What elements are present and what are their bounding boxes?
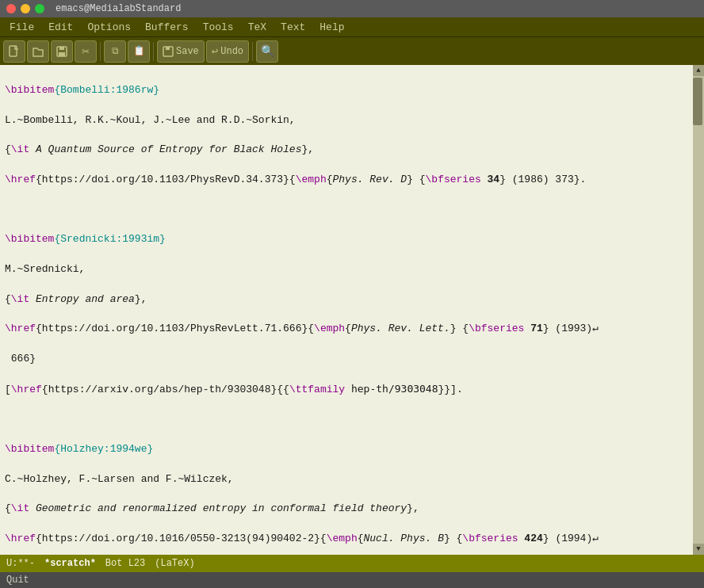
titlebar: emacs@MedialabStandard [0,0,704,17]
scrollbar[interactable]: ▲ ▼ [693,65,704,555]
status-major-mode: (LaTeX) [155,558,194,569]
toolbar-separator-3 [252,42,253,61]
line-15: {\it Geometric and renormalized entropy … [5,502,688,517]
line-2: L.~Bombelli, R.K.~Koul, J.~Lee and R.D.~… [5,113,688,128]
line-4: \href{https://doi.org/10.1103/PhysRevD.3… [5,173,688,188]
scrollbar-down-arrow[interactable]: ▼ [693,544,704,555]
open-file-button[interactable] [27,40,49,63]
new-file-button[interactable] [3,40,25,63]
bottom-text: Quit [6,575,29,586]
menu-file[interactable]: File [3,20,40,35]
save-label: Save [176,46,199,57]
line-5 [5,203,688,218]
save-file-button[interactable] [51,40,73,63]
maximize-button[interactable] [35,4,44,13]
menubar: File Edit Options Buffers Tools TeX Text… [0,17,704,36]
line-8: {\it Entropy and area}, [5,292,688,307]
copy-button[interactable]: ⧉ [104,40,126,63]
menu-edit[interactable]: Edit [42,20,79,35]
editor-container: \bibitem{Bombelli:1986rw} L.~Bombelli, R… [0,65,704,555]
svg-rect-2 [59,47,64,50]
search-button[interactable]: 🔍 [256,40,278,63]
undo-button[interactable]: ↩ Undo [206,40,249,63]
line-11: [\href{https://arxiv.org/abs/hep-th/9303… [5,382,688,398]
line-16: \href{https://doi.org/10.1016/0550-3213(… [5,532,688,547]
status-position: Bot L23 [105,558,145,569]
menu-text[interactable]: Text [274,20,312,35]
svg-rect-5 [166,47,170,50]
line-13: \bibitem{Holzhey:1994we} [5,442,688,457]
toolbar: ✂ ⧉ 📋 Save ↩ Undo 🔍 [0,36,704,65]
svg-rect-3 [59,52,65,56]
scrollbar-thumb[interactable] [693,78,702,125]
undo-label: Undo [220,46,243,57]
minimize-button[interactable] [21,4,30,13]
menu-tex[interactable]: TeX [242,20,273,35]
status-mode: U:**- [6,558,35,569]
window-title: emacs@MedialabStandard [55,3,181,14]
close-button[interactable] [6,4,16,13]
line-12 [5,412,688,427]
menu-buffers[interactable]: Buffers [139,20,195,35]
line-1: \bibitem{Bombelli:1986rw} [5,83,688,98]
menu-help[interactable]: Help [313,20,350,35]
paste-button[interactable]: 📋 [128,40,150,63]
titlebar-left: emacs@MedialabStandard [6,3,181,14]
status-buffer: *scratch* [44,558,96,569]
toolbar-separator-1 [100,42,101,61]
scrollbar-up-arrow[interactable]: ▲ [693,65,704,76]
menu-tools[interactable]: Tools [197,20,240,35]
save-text-button[interactable]: Save [157,40,205,63]
line-14: C.~Holzhey, F.~Larsen and F.~Wilczek, [5,472,688,487]
menu-options[interactable]: Options [81,20,137,35]
line-10: 666} [5,352,688,367]
editor-content[interactable]: \bibitem{Bombelli:1986rw} L.~Bombelli, R… [0,65,693,555]
line-9: \href{https://doi.org/10.1103/PhysRevLet… [5,322,688,337]
line-7: M.~Srednicki, [5,262,688,277]
toolbar-separator-2 [153,42,154,61]
cut-button[interactable]: ✂ [75,40,97,63]
line-6: \bibitem{Srednicki:1993im} [5,232,688,247]
bottombar: Quit [0,572,704,588]
statusbar: U:**- *scratch* Bot L23 (LaTeX) [0,555,704,572]
line-3: {\it A Quantum Source of Entropy for Bla… [5,143,688,158]
